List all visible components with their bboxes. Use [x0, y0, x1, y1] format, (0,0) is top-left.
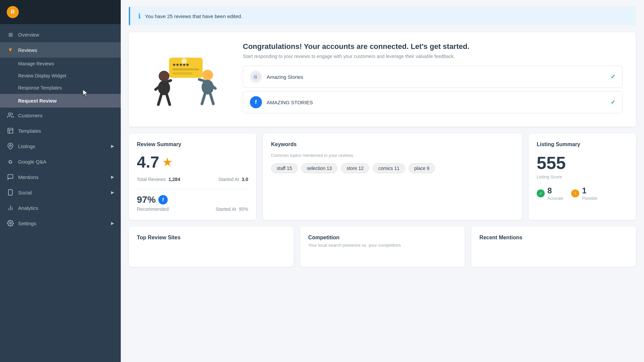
info-banner-text: You have 25 reviews that have been edite… — [145, 13, 243, 19]
recent-mentions-title: Recent Mentions — [479, 235, 628, 241]
google-account-icon: G — [250, 71, 262, 83]
social-icon — [7, 189, 14, 196]
sidebar-item-google-qa[interactable]: G Google Q&A — [0, 154, 121, 169]
connected-title: Congratulations! Your accounts are conne… — [243, 42, 623, 51]
sidebar-item-label: Listings — [18, 143, 35, 149]
total-reviews-value: 1,284 — [168, 177, 180, 182]
started-at-label: Started At — [218, 177, 239, 182]
sidebar-subitem-manage-reviews[interactable]: Manage Reviews — [0, 58, 121, 70]
customers-icon — [7, 112, 14, 119]
fb-icon: f — [158, 195, 168, 204]
started-at-pct-label: Started At — [216, 206, 236, 212]
sidebar-logo: R — [0, 0, 121, 24]
account-item-google: G Amazing Stories ✓ — [243, 66, 623, 88]
keyword-tag-store: store 12 — [341, 163, 369, 173]
bottom-cards-row: Top Review Sites Competition Your local … — [129, 227, 636, 267]
review-summary-card: Review Summary 4.7 ★ Total Reviews 1,284… — [129, 133, 256, 220]
sidebar-item-label: Overview — [18, 32, 39, 38]
account-name-google: Amazing Stories — [267, 74, 606, 80]
sidebar-subitem-request-review[interactable]: Request Review — [0, 94, 121, 108]
sidebar-item-social[interactable]: Social ▶ — [0, 185, 121, 200]
svg-line-21 — [167, 95, 170, 105]
keywords-subtitle: Common topics mentioned in your reviews — [271, 153, 514, 158]
keywords-card: Keywords Common topics mentioned in your… — [263, 133, 522, 220]
sidebar-item-settings[interactable]: Settings ▶ — [0, 216, 121, 231]
possible-label: Possible — [582, 196, 597, 201]
svg-point-0 — [8, 113, 11, 115]
connected-subtitle: Start responding to your reviews to enga… — [243, 54, 623, 59]
templates-icon — [7, 127, 14, 134]
manage-reviews-label: Manage Reviews — [18, 61, 54, 66]
review-meta: Total Reviews 1,284 Started At 3.0 — [137, 177, 248, 182]
sidebar-item-templates[interactable]: Templates — [0, 123, 121, 138]
rec-meta: Recommended Started At 95% — [137, 206, 248, 212]
accurate-label: Accurate — [547, 196, 563, 201]
started-at-pct-value: 95% — [239, 206, 248, 212]
listing-stat-accurate: ✓ 8 Accurate — [537, 186, 563, 201]
svg-text:★★★★★: ★★★★★ — [172, 63, 190, 67]
recommended-pct: 97% — [137, 194, 156, 205]
recommendation-row: 97% f — [137, 194, 248, 205]
listing-score: 555 — [537, 153, 628, 173]
sidebar-item-label: Social — [18, 190, 32, 195]
review-display-widget-label: Review Display Widget — [18, 73, 66, 78]
settings-expand-icon: ▶ — [111, 221, 114, 226]
mentions-expand-icon: ▶ — [111, 175, 114, 179]
sidebar-item-reviews[interactable]: ▼ Reviews — [0, 42, 121, 58]
review-summary-title: Review Summary — [137, 141, 248, 147]
top-review-sites-card: Top Review Sites — [129, 227, 293, 267]
sidebar-item-listings[interactable]: Listings ▶ — [0, 138, 121, 154]
sidebar-item-label: Templates — [18, 128, 41, 134]
competition-title: Competition — [308, 235, 457, 241]
review-rating: 4.7 ★ — [137, 153, 248, 171]
sidebar-item-label: Customers — [18, 113, 43, 118]
social-expand-icon: ▶ — [111, 190, 114, 195]
started-at-pct: Started At 95% — [216, 206, 248, 212]
accurate-count: 8 — [547, 186, 563, 195]
svg-line-27 — [210, 94, 213, 104]
account-name-facebook: AMAZING STORIES — [267, 100, 606, 105]
accurate-icon: ✓ — [537, 189, 545, 197]
svg-line-20 — [158, 95, 161, 105]
sidebar-item-label: Google Q&A — [18, 159, 46, 165]
listings-expand-icon: ▶ — [111, 144, 114, 148]
svg-rect-1 — [8, 128, 13, 133]
sidebar-subitem-response-templates[interactable]: Response Templates — [0, 82, 121, 94]
top-review-sites-title: Top Review Sites — [137, 235, 285, 241]
sidebar: R ⊞ Overview ▼ Reviews Manage Reviews Re… — [0, 0, 121, 362]
request-review-label: Request Review — [18, 98, 57, 104]
settings-icon — [7, 220, 14, 227]
sidebar-item-overview[interactable]: ⊞ Overview — [0, 27, 121, 42]
possible-count: 1 — [582, 186, 597, 195]
sidebar-navigation: ⊞ Overview ▼ Reviews Manage Reviews Revi… — [0, 24, 121, 362]
listing-summary-card: Listing Summary 555 Listing Score ✓ 8 Ac… — [529, 133, 636, 220]
sidebar-item-customers[interactable]: Customers — [0, 108, 121, 123]
sidebar-item-mentions[interactable]: Mentions ▶ — [0, 169, 121, 185]
sidebar-item-analytics[interactable]: Analytics — [0, 200, 121, 216]
competition-subtitle: Your local search presence vs. your comp… — [308, 243, 457, 248]
analytics-icon — [7, 204, 14, 212]
main-content: ℹ You have 25 reviews that have been edi… — [121, 0, 644, 362]
svg-point-22 — [202, 70, 213, 80]
svg-line-26 — [202, 94, 205, 104]
facebook-account-icon: f — [250, 96, 262, 108]
sidebar-item-label: Analytics — [18, 205, 38, 211]
competition-card: Competition Your local search presence v… — [300, 227, 465, 267]
reviews-icon: ▼ — [7, 46, 14, 54]
svg-point-4 — [10, 145, 11, 146]
recommended-label: Recommended — [137, 206, 169, 212]
svg-rect-13 — [172, 68, 199, 70]
listing-stat-possible: ! 1 Possible — [571, 186, 597, 201]
svg-text:G: G — [254, 75, 257, 79]
rating-number: 4.7 — [137, 153, 159, 171]
total-reviews-label: Total Reviews 1,284 — [137, 177, 180, 182]
possible-icon: ! — [571, 189, 579, 197]
info-banner: ℹ You have 25 reviews that have been edi… — [129, 7, 636, 25]
keyword-tag-selection: selection 13 — [301, 163, 338, 173]
svg-point-16 — [159, 71, 169, 81]
card-divider — [137, 189, 248, 189]
keyword-tag-comics: comics 11 — [373, 163, 405, 173]
overview-icon: ⊞ — [7, 31, 14, 38]
sidebar-subitem-review-display-widget[interactable]: Review Display Widget — [0, 70, 121, 82]
keyword-tag-staff: staff 15 — [271, 163, 298, 173]
